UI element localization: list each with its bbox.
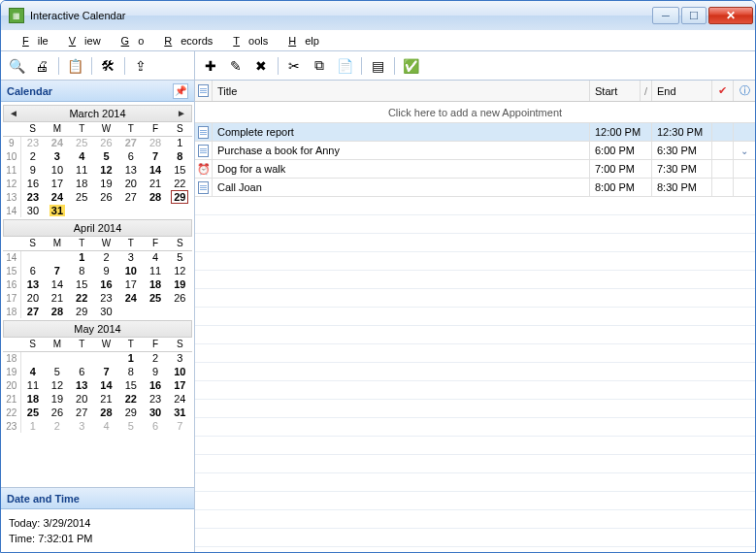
day-cell[interactable]: 27 <box>70 406 94 419</box>
print-button[interactable]: 🖨 <box>30 54 53 78</box>
day-cell[interactable]: 3 <box>118 250 143 264</box>
menu-tools[interactable]: Tools <box>219 29 275 52</box>
day-cell[interactable]: 26 <box>94 136 118 149</box>
paste-button[interactable]: 📄 <box>333 54 356 78</box>
day-cell[interactable]: 2 <box>20 149 45 163</box>
day-cell[interactable]: 15 <box>70 277 94 291</box>
day-cell[interactable]: 21 <box>45 291 69 305</box>
day-cell[interactable]: 17 <box>118 277 143 291</box>
day-cell[interactable]: 5 <box>45 365 69 378</box>
day-cell[interactable]: 29 <box>118 406 143 419</box>
menu-file[interactable]: File <box>9 29 55 52</box>
day-cell[interactable]: 3 <box>168 351 192 365</box>
day-cell[interactable]: 19 <box>168 277 192 291</box>
stamp-button[interactable]: ▤ <box>366 54 389 78</box>
column-end[interactable]: End <box>652 81 712 101</box>
day-cell[interactable]: 16 <box>94 277 118 291</box>
column-start[interactable]: Start <box>590 81 641 101</box>
day-cell[interactable]: 1 <box>70 250 94 264</box>
day-cell[interactable]: 11 <box>143 264 167 277</box>
minimize-button[interactable]: ─ <box>652 7 679 24</box>
day-cell[interactable]: 23 <box>94 291 118 305</box>
day-cell[interactable]: 2 <box>94 250 118 264</box>
day-cell[interactable]: 5 <box>168 250 192 264</box>
day-cell[interactable]: 19 <box>94 177 118 190</box>
day-cell[interactable]: 29 <box>168 190 192 204</box>
day-cell[interactable] <box>143 305 167 318</box>
day-cell[interactable]: 24 <box>168 392 192 406</box>
day-cell[interactable]: 20 <box>20 291 45 305</box>
search-button[interactable]: 🔍 <box>5 54 28 78</box>
day-cell[interactable] <box>143 204 167 217</box>
pin-icon[interactable]: 📌 <box>173 83 188 99</box>
calendar-panel-header[interactable]: Calendar 📌 <box>1 81 194 102</box>
day-cell[interactable]: 8 <box>118 365 143 378</box>
day-cell[interactable]: 25 <box>20 406 45 419</box>
day-cell[interactable]: 26 <box>94 190 118 204</box>
day-cell[interactable]: 4 <box>94 419 118 433</box>
day-cell[interactable]: 28 <box>94 406 118 419</box>
day-cell[interactable]: 14 <box>94 378 118 392</box>
column-check-icon[interactable]: ✔ <box>712 81 734 101</box>
day-cell[interactable]: 17 <box>45 177 69 190</box>
day-cell[interactable]: 16 <box>143 378 167 392</box>
day-cell[interactable]: 10 <box>118 264 143 277</box>
day-cell[interactable]: 25 <box>70 190 94 204</box>
day-cell[interactable]: 24 <box>45 190 69 204</box>
day-cell[interactable]: 18 <box>20 392 45 406</box>
day-cell[interactable]: 29 <box>70 305 94 318</box>
column-icon[interactable] <box>195 81 213 101</box>
day-cell[interactable]: 7 <box>168 419 192 433</box>
day-cell[interactable]: 27 <box>118 190 143 204</box>
day-cell[interactable]: 30 <box>94 305 118 318</box>
day-cell[interactable]: 13 <box>70 378 94 392</box>
day-cell[interactable]: 19 <box>45 392 69 406</box>
day-cell[interactable]: 4 <box>70 149 94 163</box>
day-cell[interactable]: 11 <box>20 378 45 392</box>
day-cell[interactable]: 30 <box>20 204 45 217</box>
day-cell[interactable]: 6 <box>118 149 143 163</box>
day-cell[interactable]: 7 <box>143 149 167 163</box>
day-cell[interactable] <box>168 305 192 318</box>
appointment-row[interactable]: Purchase a book for Anny6:00 PM6:30 PM⌄ <box>195 142 755 160</box>
day-cell[interactable]: 15 <box>118 378 143 392</box>
appointment-row[interactable]: ⏰Dog for a walk7:00 PM7:30 PM <box>195 160 755 179</box>
day-cell[interactable]: 22 <box>70 291 94 305</box>
menu-help[interactable]: Help <box>275 29 326 52</box>
day-cell[interactable]: 18 <box>143 277 167 291</box>
day-cell[interactable]: 24 <box>118 291 143 305</box>
day-cell[interactable]: 13 <box>118 163 143 177</box>
day-cell[interactable]: 23 <box>143 392 167 406</box>
day-cell[interactable]: 21 <box>94 392 118 406</box>
menu-records[interactable]: Records <box>150 29 219 52</box>
day-cell[interactable]: 10 <box>45 163 69 177</box>
day-cell[interactable]: 11 <box>70 163 94 177</box>
titlebar[interactable]: ▦ Interactive Calendar ─ ☐ ✕ <box>1 1 755 30</box>
day-cell[interactable] <box>45 351 69 365</box>
appointment-row[interactable]: Complete report12:00 PM12:30 PM <box>195 123 755 142</box>
day-cell[interactable] <box>118 305 143 318</box>
day-cell[interactable] <box>168 204 192 217</box>
day-cell[interactable]: 26 <box>168 291 192 305</box>
day-cell[interactable]: 14 <box>45 277 69 291</box>
day-cell[interactable] <box>70 204 94 217</box>
day-cell[interactable]: 20 <box>70 392 94 406</box>
day-cell[interactable]: 8 <box>70 264 94 277</box>
day-cell[interactable]: 17 <box>168 378 192 392</box>
day-cell[interactable]: 27 <box>20 305 45 318</box>
day-cell[interactable]: 12 <box>94 163 118 177</box>
day-cell[interactable]: 18 <box>70 177 94 190</box>
check-button[interactable]: ✅ <box>399 54 422 78</box>
day-cell[interactable] <box>70 351 94 365</box>
import-button[interactable]: ⇪ <box>129 54 152 78</box>
day-cell[interactable]: 23 <box>20 136 45 149</box>
delete-button[interactable]: ✖ <box>249 54 273 78</box>
close-button[interactable]: ✕ <box>708 7 753 24</box>
day-cell[interactable]: 30 <box>143 406 167 419</box>
day-cell[interactable]: 12 <box>45 378 69 392</box>
new-appointment-row[interactable]: Click here to add a new Appointment <box>195 102 755 123</box>
day-cell[interactable]: 1 <box>168 136 192 149</box>
day-cell[interactable]: 6 <box>143 419 167 433</box>
copy-button[interactable]: ⧉ <box>308 54 331 78</box>
maximize-button[interactable]: ☐ <box>681 7 707 24</box>
